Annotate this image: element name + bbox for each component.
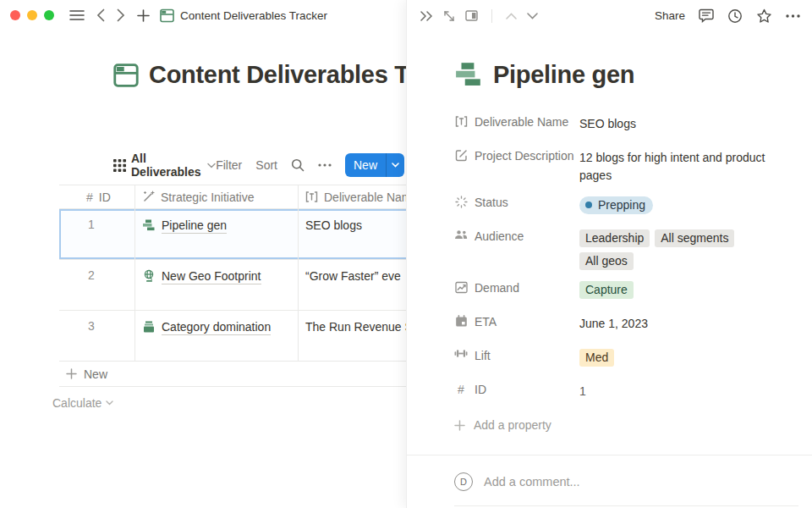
property-label[interactable]: ETA [454, 310, 579, 338]
toolbar-divider [491, 9, 492, 23]
cell-initiative[interactable]: Category domination [135, 311, 299, 361]
table-row[interactable]: 2 New Geo Footprint “Grow Faster” eve [59, 260, 407, 311]
new-tab-icon[interactable] [137, 9, 150, 22]
cell-id[interactable]: 1 [59, 209, 135, 259]
expand-icon[interactable] [443, 10, 455, 22]
property-label-text: Project Description [475, 149, 574, 163]
property-label-text: ID [475, 383, 486, 396]
forward-icon[interactable] [117, 8, 125, 22]
column-label: ID [99, 190, 111, 204]
calculate-label: Calculate [52, 396, 102, 410]
cell-deliverable[interactable]: SEO blogs [299, 209, 407, 259]
tag[interactable]: All geos [579, 252, 634, 270]
sidebar-toggle-icon[interactable] [69, 9, 85, 21]
property-value[interactable]: June 1, 2023 [579, 310, 778, 338]
minimize-traffic-light[interactable] [27, 10, 37, 20]
chevron-down-icon [106, 400, 113, 406]
property-label[interactable]: Audience [454, 224, 579, 270]
database-table: # ID Strategic Initiative Deliverable Na… [59, 185, 407, 419]
tag[interactable]: Leadership [579, 229, 650, 247]
side-peek-panel: Share Pipeline gen [406, 0, 812, 508]
page-table-icon-large[interactable] [113, 63, 139, 88]
new-record-button[interactable]: New [345, 153, 386, 177]
property-label[interactable]: Deliverable Name [454, 110, 579, 138]
property-value[interactable]: Med [579, 344, 778, 372]
property-label-text: Status [475, 196, 508, 209]
zoom-traffic-light[interactable] [44, 10, 54, 20]
tag[interactable]: All segments [655, 229, 734, 247]
property-label-text: ETA [475, 315, 497, 329]
new-record-dropdown-icon[interactable] [386, 153, 404, 177]
back-icon[interactable] [96, 8, 105, 22]
history-icon[interactable] [727, 8, 743, 24]
new-row-button[interactable]: New [59, 362, 407, 387]
status-icon [454, 196, 468, 208]
more-options-icon[interactable] [318, 163, 332, 167]
column-header-strategic-initiative[interactable]: Strategic Initiative [135, 185, 299, 208]
status-pill[interactable]: Prepping [579, 196, 653, 214]
table-row[interactable]: 1 Pipeline gen SEO blogs [59, 209, 407, 260]
status-text: Prepping [598, 196, 645, 214]
column-header-id[interactable]: # ID [59, 185, 135, 208]
table-row[interactable]: 3 Category domination The Run Revenue S [59, 311, 407, 362]
sort-button[interactable]: Sort [255, 158, 277, 172]
property-label-text: Deliverable Name [475, 115, 568, 129]
next-record-icon[interactable] [527, 13, 538, 19]
bar-chart-icon[interactable] [454, 60, 483, 89]
favorite-star-icon[interactable] [756, 8, 772, 24]
cell-id[interactable]: 2 [59, 260, 135, 310]
page-title[interactable]: Content Deliverables Tracker [149, 61, 407, 89]
globe-icon [142, 269, 156, 283]
close-peek-icon[interactable] [420, 11, 433, 21]
property-label-text: Demand [475, 281, 519, 295]
property-label[interactable]: Lift [454, 344, 579, 372]
filter-button[interactable]: Filter [216, 158, 242, 172]
cell-deliverable[interactable]: “Grow Faster” eve [299, 260, 407, 310]
property-row-demand: Demand Capture [454, 276, 778, 304]
calendar-icon [454, 315, 468, 328]
cell-deliverable[interactable]: The Run Revenue S [299, 311, 407, 361]
cell-initiative[interactable]: New Geo Footprint [135, 260, 299, 310]
view-name: All Deliverables [131, 152, 202, 179]
database-toolbar: All Deliverables Filter Sort New [113, 152, 404, 179]
column-header-deliverable-name[interactable]: Deliverable Name [299, 185, 407, 208]
page-link[interactable]: Pipeline gen [162, 218, 227, 234]
cell-initiative[interactable]: Pipeline gen [135, 209, 299, 259]
previous-record-icon[interactable] [506, 13, 517, 19]
property-label[interactable]: Project Description [454, 144, 579, 185]
add-comment-input[interactable]: Add a comment... [484, 475, 580, 489]
page-table-icon [160, 8, 174, 23]
column-label: Strategic Initiative [161, 190, 255, 204]
new-record-split-button[interactable]: New [345, 153, 404, 177]
property-label[interactable]: Status [454, 190, 579, 218]
cell-id[interactable]: 3 [59, 311, 135, 361]
property-value[interactable]: Prepping [579, 190, 778, 218]
property-label[interactable]: Demand [454, 276, 579, 304]
page-link[interactable]: Category domination [162, 320, 271, 335]
property-value[interactable]: 1 [579, 378, 778, 406]
title-icon [454, 115, 468, 128]
search-icon[interactable] [291, 158, 304, 172]
property-value[interactable]: Capture [579, 276, 778, 304]
share-button[interactable]: Share [655, 9, 685, 22]
add-property-button[interactable]: Add a property [454, 411, 778, 432]
side-peek-mode-icon[interactable] [465, 10, 478, 21]
property-value[interactable]: SEO blogs [579, 110, 778, 138]
page-link[interactable]: New Geo Footprint [162, 269, 261, 284]
tag[interactable]: Med [579, 349, 614, 367]
property-row-lift: Lift Med [454, 344, 778, 372]
property-value[interactable]: 12 blogs for high intent and product pag… [579, 144, 778, 185]
close-traffic-light[interactable] [10, 10, 20, 20]
calculate-button[interactable]: Calculate [52, 387, 407, 419]
tag[interactable]: Capture [579, 281, 634, 299]
comments-icon[interactable] [699, 8, 714, 23]
record-title[interactable]: Pipeline gen [493, 61, 634, 89]
property-label-text: Lift [475, 349, 491, 362]
view-tab-all-deliverables[interactable]: All Deliverables [113, 152, 216, 179]
more-options-icon[interactable] [786, 14, 800, 18]
table-header-row: # ID Strategic Initiative Deliverable Na… [59, 185, 407, 209]
property-label[interactable]: # ID [454, 378, 579, 406]
property-row-project-description: Project Description 12 blogs for high in… [454, 144, 778, 185]
property-value[interactable]: Leadership All segments All geos [579, 224, 778, 270]
new-row-label: New [84, 367, 107, 381]
